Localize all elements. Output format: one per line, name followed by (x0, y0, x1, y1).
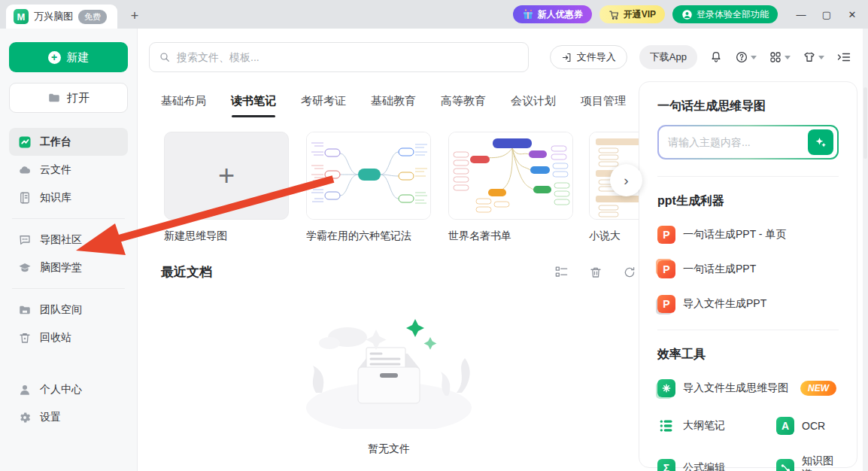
outline-notes-item[interactable]: 大纲笔记 (657, 417, 776, 435)
delete-icon[interactable] (589, 266, 602, 279)
bell-icon (709, 50, 723, 64)
tab-basic-layout[interactable]: 基础布局 (161, 94, 206, 117)
ppt-icon: P (657, 226, 675, 244)
knowledge-graph-item[interactable]: 知识图谱 (776, 454, 839, 471)
apps-menu-button[interactable] (769, 50, 791, 64)
collapse-panel-button[interactable] (836, 50, 851, 64)
user-icon (681, 9, 693, 20)
scrollbar[interactable] (863, 87, 867, 159)
search-icon (159, 51, 171, 63)
sidebar-item-map-community[interactable]: 导图社区 (9, 226, 128, 254)
formula-icon: Σ (657, 459, 675, 471)
file-import-button[interactable]: 文件导入 (550, 45, 627, 69)
sidebar: + 新建 打开 工作台 云文件 知识库 (0, 29, 138, 471)
book-icon (18, 191, 32, 205)
sidebar-nav: 工作台 云文件 知识库 导图社区 脑图学堂 (9, 128, 128, 431)
ppt-chat-icon: P (657, 260, 675, 278)
ppt-doc-icon: P (657, 295, 675, 313)
formula-editor-item[interactable]: Σ 公式编辑 (657, 454, 776, 471)
panel-divider (657, 330, 839, 330)
chevron-down-icon (818, 56, 824, 59)
team-folder-icon (18, 303, 32, 317)
tab-exam-prep[interactable]: 考研考证 (301, 94, 346, 117)
plus-icon: + (48, 51, 61, 64)
notifications-button[interactable] (709, 50, 723, 64)
empty-state-text: 暂无文件 (138, 442, 639, 456)
ppt-single-page-item[interactable]: P 一句话生成PPT - 单页 (657, 226, 839, 244)
tab-project-management[interactable]: 项目管理 (581, 94, 626, 117)
import-icon (561, 52, 572, 63)
sidebar-item-team-space[interactable]: 团队空间 (9, 296, 128, 324)
template-card-notes-methods[interactable]: 学霸在用的六种笔记法 (306, 132, 431, 243)
help-icon (735, 50, 748, 64)
new-document-button[interactable]: + 新建 (9, 42, 128, 72)
import-generate-mindmap-item[interactable]: 导入文件生成思维导图 NEW (657, 379, 839, 397)
app-logo-icon: M (14, 9, 29, 24)
list-view-icon[interactable] (554, 265, 569, 279)
sidebar-item-personal-center[interactable]: 个人中心 (9, 375, 128, 403)
import-mindmap-icon (657, 379, 675, 397)
sidebar-item-workbench[interactable]: 工作台 (9, 128, 128, 156)
folder-icon (47, 91, 61, 105)
close-button[interactable]: ✕ (847, 9, 857, 20)
ai-topic-inputbox (657, 125, 839, 160)
workbench-icon (18, 135, 32, 149)
carousel-next-button[interactable]: › (610, 164, 642, 196)
person-icon (18, 383, 32, 397)
ppt-import-file-item[interactable]: P 导入文件生成PPT (657, 295, 839, 313)
ai-generate-button[interactable] (808, 129, 833, 155)
help-menu-button[interactable] (735, 50, 757, 64)
login-button[interactable]: 登录体验全部功能 (672, 5, 778, 23)
shirt-icon (803, 50, 816, 64)
graduation-cap-icon (18, 261, 32, 275)
gear-icon (18, 411, 32, 424)
template-thumbnail (307, 132, 430, 219)
template-thumbnail (449, 132, 572, 219)
maximize-button[interactable]: ▢ (821, 9, 832, 20)
sidebar-spacer (9, 351, 128, 375)
cart-icon (609, 9, 620, 20)
open-file-button[interactable]: 打开 (9, 83, 128, 113)
sidebar-item-recycle-bin[interactable]: 回收站 (9, 324, 128, 351)
vip-upgrade-button[interactable]: 开通VIP (599, 5, 665, 23)
ai-generate-title: 一句话生成思维导图 (657, 99, 839, 114)
minimize-button[interactable]: — (796, 9, 806, 20)
trash-icon (18, 331, 32, 345)
new-badge: NEW (800, 381, 836, 396)
sparkle-icon (814, 135, 827, 149)
ocr-item[interactable]: A OCR (776, 417, 839, 435)
ppt-one-sentence-item[interactable]: P 一句话生成PPT (657, 260, 839, 278)
ai-topic-input[interactable] (668, 136, 808, 148)
sidebar-item-settings[interactable]: 设置 (9, 403, 128, 431)
collapse-list-icon (836, 50, 851, 64)
sidebar-divider (12, 288, 125, 289)
titlebar: M 万兴脑图 免费 + 新人优惠券 开通VIP 登录体验全部功能 — ▢ ✕ (0, 0, 868, 29)
apps-grid-icon (769, 50, 782, 64)
main-content: 文件导入 下载App (138, 29, 868, 471)
tab-higher-education[interactable]: 高等教育 (441, 94, 486, 117)
tab-reading-notes[interactable]: 读书笔记 (231, 94, 276, 117)
chevron-down-icon (751, 56, 757, 59)
tab-meeting-plan[interactable]: 会议计划 (511, 94, 556, 117)
refresh-icon[interactable] (623, 266, 636, 279)
tab-basic-education[interactable]: 基础教育 (371, 94, 416, 117)
template-card-book-list[interactable]: 世界名著书单 (448, 132, 573, 243)
download-app-button[interactable]: 下载App (639, 45, 697, 69)
template-tabs: 基础布局 读书笔记 考研考证 基础教育 高等教育 会议计划 项目管理 (161, 94, 653, 121)
search-box[interactable] (149, 42, 529, 72)
template-card-new[interactable]: + 新建思维导图 (164, 132, 289, 243)
sidebar-item-mindmap-academy[interactable]: 脑图学堂 (9, 254, 128, 281)
new-tab-button[interactable]: + (125, 6, 144, 26)
theme-menu-button[interactable] (803, 50, 824, 64)
app-window: M 万兴脑图 免费 + 新人优惠券 开通VIP 登录体验全部功能 — ▢ ✕ (0, 0, 868, 471)
search-input[interactable] (177, 51, 519, 63)
document-tab[interactable]: M 万兴脑图 免费 (6, 5, 117, 29)
sidebar-item-knowledge-base[interactable]: 知识库 (9, 184, 128, 211)
sidebar-item-cloud-files[interactable]: 云文件 (9, 156, 128, 184)
efficiency-tools-title: 效率工具 (657, 347, 839, 363)
empty-box-illustration (295, 308, 483, 429)
coupon-promo-button[interactable]: 新人优惠券 (513, 5, 592, 23)
template-card-row: + 新建思维导图 (161, 132, 659, 271)
gift-icon (522, 8, 534, 20)
chevron-down-icon (785, 56, 791, 59)
